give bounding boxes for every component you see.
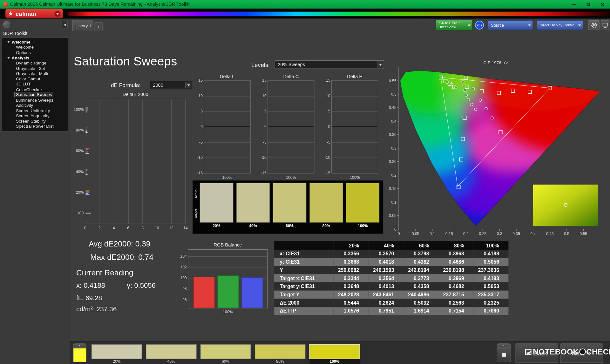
gridline	[171, 99, 172, 224]
current-y: y: 0.5056	[127, 282, 156, 290]
delta-l-xlabel: 100%	[204, 175, 251, 179]
display-window-button[interactable]	[601, 20, 609, 30]
cell-value: 246.1593	[369, 266, 403, 274]
sidebar-item-color-gamut[interactable]: Color Gamut	[2, 77, 68, 82]
minimize-button[interactable]	[571, 1, 578, 8]
row-label: Y	[274, 266, 333, 274]
cell-value: 0.5444	[333, 299, 368, 307]
bar	[85, 108, 88, 109]
sidebar-item-luminance-sweeps[interactable]: Luminance Sweeps	[2, 98, 68, 103]
cie-diagram: 000.050.050.10.10.150.150.20.20.250.250.…	[387, 66, 605, 237]
back-chevrons-icon: «	[527, 349, 531, 357]
next-button[interactable]: Next »	[560, 343, 603, 363]
tree-item-label: Additivity	[16, 103, 33, 107]
sidebar-item-screen-uniformity[interactable]: Screen Uniformity	[2, 108, 68, 113]
y-tick-label: 0.55	[389, 79, 396, 83]
x-tick-label: 0.35	[512, 232, 520, 236]
window-controls	[571, 1, 606, 8]
chevron-down-icon	[185, 82, 192, 88]
cell-value: 0.5053	[473, 282, 508, 291]
sidebar-item-spectral-power-dist[interactable]: Spectral Power Dist.	[2, 124, 68, 129]
maximize-button[interactable]	[585, 1, 592, 8]
pattern-window-button[interactable]	[497, 348, 511, 362]
close-button[interactable]	[599, 1, 606, 8]
sidebar-item-grayscale-2pt[interactable]: Grayscale - 2pt	[2, 66, 68, 71]
levels-dropdown[interactable]: 20% Sweeps	[274, 60, 384, 69]
x-tick-label: 0.5	[564, 232, 569, 236]
sidebar-item-3d-lut[interactable]: 3D LUT	[2, 82, 68, 87]
brand-name: calman	[16, 10, 37, 17]
meter-select[interactable]: X-Rite i1Pro 2 Direct View	[436, 20, 472, 30]
cell-value: 1.6914	[403, 307, 438, 315]
de-formula-value: 2000	[153, 82, 163, 88]
sidebar-item-dynamic-range[interactable]: Dynamic Range	[2, 61, 68, 66]
y-tick-label: 10	[194, 94, 203, 98]
chart-title-delta-c: Delta C	[268, 74, 314, 79]
sweep-swatch-80: 80%	[309, 183, 343, 229]
table-col-header: 100%	[473, 241, 508, 250]
rgb-balance-chart: 1041021009896	[188, 249, 268, 308]
de-formula-dropdown[interactable]: 2000	[150, 81, 192, 89]
collapse-sidebar-button[interactable]: ◀	[62, 21, 68, 28]
level-swatch-40[interactable]: 40%	[146, 344, 196, 364]
calman-logo-button[interactable]: calman	[5, 9, 63, 18]
expand-window-button[interactable]: ▲	[497, 343, 511, 347]
cell-value: 0.4682	[438, 282, 473, 291]
tree-section-label: Welcome	[12, 39, 30, 45]
gridline	[332, 111, 377, 112]
sidebar-item-screen-angularity[interactable]: Screen Angularity	[2, 113, 68, 118]
tree-section-analysis[interactable]: Analysis	[2, 55, 68, 61]
settings-button[interactable]	[588, 20, 600, 30]
level-swatch-80[interactable]: 80%	[255, 344, 305, 364]
monitor-icon	[602, 23, 607, 26]
level-swatch-100[interactable]: 100%	[309, 344, 360, 364]
sidebar-item-grayscale-multi[interactable]: Grayscale - Multi	[2, 71, 68, 77]
source-select[interactable]: Source	[487, 20, 533, 30]
chart-title-delta-h: Delta H	[331, 74, 378, 79]
meter-name: X-Rite i1Pro 2	[438, 21, 467, 25]
sidebar-item-colorchecker[interactable]: ColorChecker	[2, 87, 68, 92]
rgb-balance-xlabel: 100%	[188, 310, 268, 314]
active-pattern-swatch[interactable]	[73, 348, 86, 362]
table-head: 20%40%60%80%100%	[274, 241, 508, 250]
back-button[interactable]: « Back	[515, 343, 558, 363]
data-line	[332, 126, 377, 127]
y-tick-label: 0	[194, 125, 203, 129]
swatch-label: 40%	[146, 359, 196, 364]
x-tick-label: 0.2	[463, 232, 469, 236]
swatch-color	[200, 344, 251, 359]
table-col-header: 80%	[438, 241, 473, 250]
y-tick-label: -15	[258, 171, 267, 175]
chevron-down-icon[interactable]	[54, 11, 60, 17]
bottom-bar: ▲ 20%40%60%80%100% ▲ « Back Next »	[70, 341, 610, 364]
chevron-down-icon	[468, 24, 471, 26]
swatch-label: 20%	[200, 223, 234, 229]
bar	[85, 194, 89, 195]
tab-history-1[interactable]: History 1	[72, 20, 93, 31]
gridline	[268, 158, 314, 158]
sidebar-item-saturation-sweeps[interactable]: Saturation Sweeps	[2, 92, 68, 98]
table-row: Y250.0982246.1593242.8194239.8198237.363…	[274, 266, 508, 274]
x-tick-label: 0	[82, 226, 88, 230]
level-swatch-60[interactable]: 60%	[200, 344, 251, 364]
sidebar-item-additivity[interactable]: Additivity	[2, 103, 68, 108]
level-swatch-20[interactable]: 20%	[92, 344, 142, 364]
cell-value: 250.0982	[333, 266, 368, 274]
y-tick-label: 0.5	[391, 92, 396, 97]
bar	[85, 170, 87, 171]
up-arrow-icon: ▲	[503, 344, 505, 347]
add-tab-button[interactable]: +	[94, 22, 103, 31]
gridline	[157, 99, 157, 224]
cell-value: 0.3564	[369, 274, 403, 282]
tree-section-welcome[interactable]: Welcome	[2, 39, 68, 45]
display-control-select[interactable]: Direct Display Control	[537, 20, 583, 30]
info-button[interactable]	[3, 21, 10, 28]
bar	[85, 132, 87, 133]
sidebar-item-welcome[interactable]: Welcome	[2, 45, 68, 50]
measured-point	[465, 94, 467, 96]
bar	[85, 130, 87, 131]
current-x: x: 0.4188	[76, 282, 105, 289]
expand-pattern-button[interactable]: ▲	[73, 343, 86, 347]
sidebar-item-screen-stability[interactable]: Screen Stability	[2, 118, 68, 124]
sidebar-item-options[interactable]: Options	[2, 50, 68, 55]
